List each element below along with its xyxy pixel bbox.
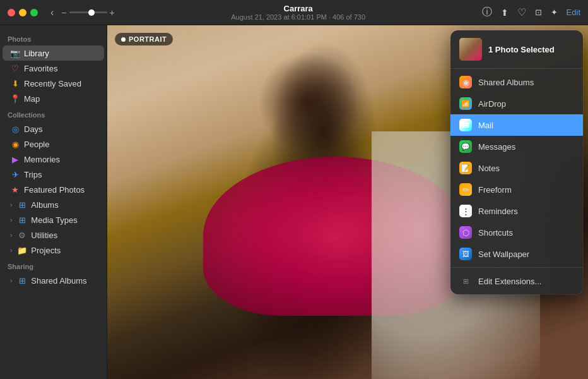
sidebar-item-media-types[interactable]: › ⊞ Media Types [3,212,104,227]
minimize-button[interactable] [19,9,26,16]
share-item-mail[interactable]: ✉ Mail [450,114,583,136]
utilities-chevron-icon: › [10,232,12,239]
edit-extensions-label: Edit Extensions... [478,277,541,286]
sidebar-item-featured-photos[interactable]: ★ Featured Photos [3,182,104,197]
sidebar-item-utilities-label: Utilities [31,231,57,240]
enhance-icon[interactable]: ✦ [551,8,558,17]
sidebar-item-favorites-label: Favorites [24,64,57,73]
titlebar-right: ⓘ ⬆ ♡ ⊡ ✦ Edit [482,6,580,19]
trips-icon: ✈ [10,169,20,179]
share-item-messages-label: Messages [478,142,515,152]
share-item-mail-label: Mail [478,121,493,130]
sidebar-item-people-label: People [24,140,49,149]
sidebar-item-utilities[interactable]: › ⚙ Utilities [3,227,104,243]
share-item-shortcuts[interactable]: ⬡ Shortcuts [450,222,583,243]
recently-saved-icon: ⬇ [10,78,20,88]
share-item-shared-albums[interactable]: ◉ Shared Albums [450,71,583,93]
zoom-plus-icon: + [110,8,115,18]
share-item-notes-label: Notes [478,164,500,173]
sidebar-item-albums[interactable]: › ⊞ Albums [3,197,104,212]
people-icon: ◉ [10,139,20,149]
sidebar-item-recently-saved-label: Recently Saved [24,79,81,88]
sharing-section-label: Sharing [0,258,107,273]
share-dropdown: 1 Photo Selected ◉ Shared Albums 📶 AirDr… [450,30,583,294]
library-icon: 📷 [10,48,20,58]
photo-subtitle: August 21, 2023 at 6:01:01 PM · 406 of 7… [231,13,365,21]
share-item-reminders-label: Reminders [478,207,518,216]
featured-icon: ★ [10,184,20,195]
sidebar-item-shared-albums[interactable]: › ⊞ Shared Albums [3,273,104,288]
share-thumbnail [459,38,482,61]
days-icon: ◎ [10,124,20,134]
messages-app-icon: 💬 [459,140,472,153]
share-menu-divider [450,267,583,268]
wallpaper-app-icon: 🖼 [459,248,472,260]
sidebar-item-map[interactable]: 📍 Map [3,91,104,106]
sidebar-item-featured-label: Featured Photos [24,185,85,195]
notes-app-icon: 📝 [459,162,472,174]
albums-icon: ⊞ [17,200,27,210]
edit-extensions-icon: ⊞ [459,275,472,287]
traffic-lights [8,9,38,16]
projects-chevron-icon: › [10,247,12,254]
share-item-shared-albums-label: Shared Albums [478,78,534,87]
portrait-label: PORTRAIT [129,35,167,43]
share-item-airdrop-label: AirDrop [478,99,506,109]
collections-section-label: Collections [0,106,107,121]
share-item-wallpaper-label: Set Wallpaper [478,250,529,259]
zoom-minus-icon: − [61,8,66,18]
share-item-messages[interactable]: 💬 Messages [450,136,583,157]
zoom-control[interactable]: − + [61,8,114,18]
zoom-slider[interactable] [69,11,107,13]
sidebar-item-memories[interactable]: ▶ Memories [3,152,104,167]
sidebar-item-trips-label: Trips [24,170,42,179]
sidebar-item-people[interactable]: ◉ People [3,136,104,152]
utilities-icon: ⚙ [17,230,27,240]
shortcuts-app-icon: ⬡ [459,226,472,239]
freeform-app-icon: ✏ [459,183,472,196]
sidebar-item-projects[interactable]: › 📁 Projects [3,243,104,258]
media-types-icon: ⊞ [17,215,27,225]
titlebar: ‹ − + Carrara August 21, 2023 at 6:01:01… [0,0,588,25]
sidebar-item-memories-label: Memories [24,155,60,164]
favorites-icon: ♡ [10,63,20,73]
airdrop-app-icon: 📶 [459,97,472,110]
mail-app-icon: ✉ [459,119,472,131]
share-item-notes[interactable]: 📝 Notes [450,157,583,179]
map-icon: 📍 [10,93,20,104]
media-types-chevron-icon: › [10,217,12,224]
sidebar-item-days-label: Days [24,124,43,134]
sidebar-item-days[interactable]: ◎ Days [3,121,104,136]
photo-area: PORTRAIT 1 Photo Selected ◉ Shared Album… [107,25,588,379]
share-item-freeform[interactable]: ✏ Freeform [450,179,583,200]
heart-icon[interactable]: ♡ [517,6,526,18]
crop-icon[interactable]: ⊡ [535,8,542,17]
share-header-text: 1 Photo Selected [488,45,555,54]
info-icon[interactable]: ⓘ [482,6,492,19]
sidebar-item-favorites[interactable]: ♡ Favorites [3,61,104,76]
share-item-airdrop[interactable]: 📶 AirDrop [450,93,583,114]
sidebar-item-trips[interactable]: ✈ Trips [3,167,104,182]
albums-chevron-icon: › [10,202,12,208]
portrait-dot [121,37,126,42]
sidebar-item-shared-albums-label: Shared Albums [31,276,86,286]
main-content: Photos 📷 Library ♡ Favorites ⬇ Recently … [0,25,588,379]
maximize-button[interactable] [30,9,38,16]
edit-extensions-button[interactable]: ⊞ Edit Extensions... [450,270,583,292]
share-item-wallpaper[interactable]: 🖼 Set Wallpaper [450,243,583,265]
share-item-freeform-label: Freeform [478,185,512,195]
sidebar-item-library[interactable]: 📷 Library [3,45,104,61]
shared-albums-icon: ⊞ [17,275,27,286]
sidebar-item-media-types-label: Media Types [31,215,77,225]
share-item-reminders[interactable]: ⋮ Reminders [450,200,583,222]
sidebar-item-projects-label: Projects [31,246,61,255]
share-icon[interactable]: ⬆ [501,8,509,18]
back-button[interactable]: ‹ [48,6,56,20]
photo-title: Carrara [231,4,365,13]
edit-button[interactable]: Edit [567,8,580,17]
sidebar-item-recently-saved[interactable]: ⬇ Recently Saved [3,76,104,91]
titlebar-left: ‹ − + [8,6,115,20]
shared-albums-chevron-icon: › [10,277,12,284]
sidebar-item-library-label: Library [24,49,49,58]
close-button[interactable] [8,9,15,16]
